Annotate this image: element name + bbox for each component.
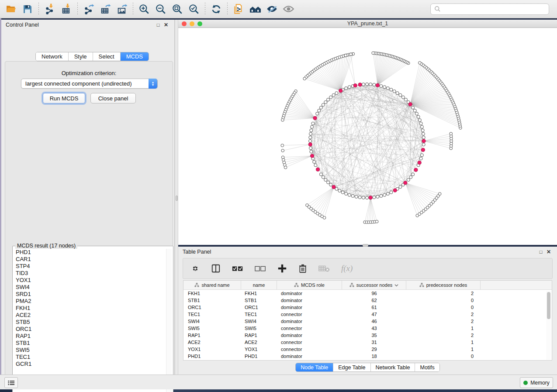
graph-node[interactable] [324,101,327,104]
graph-hub-node[interactable] [421,148,425,151]
mcds-result-item[interactable]: CAR1 [16,256,165,263]
graph-node[interactable] [338,189,341,192]
import-network-button[interactable] [42,2,58,17]
table-cell[interactable]: 0 [406,354,481,359]
search-input[interactable] [441,6,545,12]
table-cell[interactable]: dominator [277,305,342,310]
graph-hub-node[interactable] [393,189,397,192]
graph-node[interactable] [421,129,424,132]
tab-style[interactable]: Style [69,52,93,61]
show-all-columns-button[interactable] [232,262,243,275]
table-cell[interactable]: 18 [342,354,406,359]
table-cell[interactable]: PHD1 [183,354,241,359]
table-cell[interactable]: 2 [406,291,481,296]
table-cell[interactable]: 43 [342,326,406,331]
table-cell[interactable]: YOX1 [183,347,241,352]
graph-hub-node[interactable] [418,161,421,164]
table-cell[interactable]: TEC1 [183,312,241,317]
export-table-button[interactable] [97,2,114,17]
tab-node-table[interactable]: Node Table [296,363,333,371]
tab-network[interactable]: Network [36,52,69,61]
table-cell[interactable]: 0 [406,305,481,310]
graph-node[interactable] [351,194,354,197]
graph-node[interactable] [355,195,358,198]
graph-node[interactable] [284,166,287,169]
graph-hub-node[interactable] [339,89,343,93]
graph-node[interactable] [413,109,416,112]
graph-node[interactable] [314,164,317,167]
table-cell[interactable]: 2 [406,319,481,324]
mcds-result-item[interactable]: FKH1 [16,305,165,312]
graph-node[interactable] [407,178,410,181]
float-table-panel-icon[interactable]: □ [537,248,545,255]
table-cell[interactable]: 0 [406,298,481,303]
graph-node[interactable] [319,106,322,109]
table-cell[interactable]: 46 [342,319,406,324]
search-box[interactable] [430,3,549,15]
create-column-button[interactable] [277,262,287,275]
graph-node[interactable] [372,52,375,55]
graph-node[interactable] [344,54,347,57]
graph-hub-node[interactable] [422,139,426,143]
table-row[interactable]: TEC1TEC1connector472 [183,311,552,318]
hide-all-columns-button[interactable] [255,262,266,275]
table-cell[interactable]: STB1 [183,298,241,303]
graph-node[interactable] [422,132,425,135]
graph-node[interactable] [311,122,315,125]
graph-node[interactable] [369,83,372,86]
mcds-result-item[interactable]: TEC1 [16,354,165,361]
mcds-result-item[interactable]: PHD1 [16,249,165,256]
zoom-selected-button[interactable] [186,2,202,17]
table-scrollbar-thumb[interactable] [547,292,550,319]
mcds-result-item[interactable]: PMA2 [16,298,165,305]
graph-node[interactable] [329,96,332,99]
table-cell[interactable]: dominator [277,291,342,296]
graph-node[interactable] [386,192,389,195]
mcds-result-item[interactable]: GCR1 [16,361,165,368]
table-cell[interactable]: 1 [406,340,481,345]
log-console-button[interactable] [4,377,18,388]
graph-hub-node[interactable] [310,154,314,158]
graph-node[interactable] [323,216,326,219]
mcds-result-item[interactable]: ACE2 [16,312,165,319]
mcds-result-item[interactable]: SWI5 [16,347,165,354]
graph-node[interactable] [396,92,399,95]
graph-node[interactable] [420,154,423,157]
open-file-button[interactable] [3,2,19,17]
graph-node[interactable] [322,175,325,179]
graph-node[interactable] [366,196,369,199]
graph-node[interactable] [375,220,378,223]
graph-node[interactable] [390,88,393,91]
mcds-result-item[interactable]: SWI4 [16,284,165,291]
graph-node[interactable] [348,193,351,196]
graph-node[interactable] [348,86,351,89]
graph-node[interactable] [376,195,379,198]
table-cell[interactable]: RAP1 [241,333,277,338]
graph-node[interactable] [418,119,421,122]
table-scrollbar[interactable] [546,291,551,360]
graph-hub-node[interactable] [316,168,319,171]
mcds-result-item[interactable]: YOX1 [16,277,165,284]
graph-node[interactable] [450,132,453,135]
table-cell[interactable]: 47 [342,312,406,317]
table-cell[interactable]: dominator [277,298,342,303]
table-cell[interactable]: SWI5 [241,326,277,331]
table-cell[interactable]: 2 [406,333,481,338]
graph-node[interactable] [327,98,330,101]
table-cell[interactable]: dominator [277,319,342,324]
tab-select[interactable]: Select [93,52,121,61]
table-cell[interactable]: dominator [277,354,342,359]
column-header-predecessor-nodes[interactable]: predecessor nodes [406,281,481,289]
graph-node[interactable] [401,96,405,99]
graph-hub-node[interactable] [369,196,372,199]
graph-hub-node[interactable] [404,181,407,185]
hide-panels-button[interactable] [263,2,280,17]
graph-node[interactable] [383,86,386,89]
network-overview-button[interactable] [247,2,263,17]
graph-node[interactable] [310,150,313,153]
graph-node[interactable] [362,196,365,199]
mcds-result-item[interactable]: TID3 [16,270,165,277]
graph-node[interactable] [383,193,386,196]
table-cell[interactable]: ORC1 [183,305,241,310]
graph-node[interactable] [386,87,389,90]
